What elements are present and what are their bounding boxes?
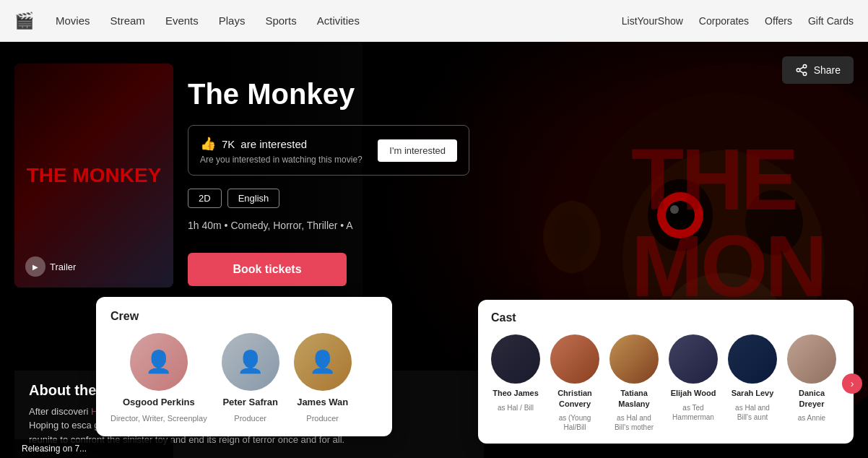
movie-meta: 1h 40m • Comedy, Horror, Thriller • A	[188, 220, 469, 231]
interest-left: 👍 7K are interested Are you interested i…	[200, 136, 363, 165]
svg-line-14	[799, 71, 803, 73]
cast-member-0[interactable]: Theo James as Hal / Bill	[491, 334, 540, 412]
poster-inner: THE MONKEY ▶ Trailer	[14, 64, 173, 288]
nav-list-your-show[interactable]: ListYourShow	[622, 15, 683, 27]
cast-name-1: Christian Convery	[550, 388, 599, 409]
thumbs-up-icon: 👍	[200, 136, 216, 152]
crew-avatar-peter-img: 👤	[222, 333, 279, 391]
releasing-bar: Releasing on 7...	[14, 439, 173, 458]
tag-language[interactable]: English	[227, 189, 280, 208]
cast-member-1[interactable]: Christian Convery as (Young Hal/Bill	[550, 334, 599, 432]
hero-section: THEMONKEY Share THE MONKEY ▶ Trailer Rel…	[0, 42, 868, 458]
nav-offers[interactable]: Offers	[765, 15, 792, 27]
cast-role-5: as Annie	[798, 413, 825, 423]
logo-text: 🎬	[14, 12, 34, 30]
movie-info-panel: The Monkey 👍 7K are interested Are you i…	[188, 78, 469, 286]
svg-point-13	[803, 72, 807, 76]
crew-role-peter: Producer	[234, 413, 266, 423]
crew-avatar-james-img: 👤	[294, 333, 352, 391]
interest-count-row: 👍 7K are interested	[200, 136, 363, 152]
cast-next-button[interactable]: ›	[842, 373, 862, 394]
im-interested-button[interactable]: I'm interested	[378, 139, 457, 162]
cast-avatar-5	[787, 334, 836, 384]
cast-avatar-1	[550, 334, 599, 384]
crew-member-osgood[interactable]: 👤 Osgood Perkins Director, Writer, Scree…	[110, 333, 207, 423]
nav-gift-cards[interactable]: Gift Cards	[808, 15, 854, 27]
svg-point-10	[554, 212, 590, 262]
about-text-2: Hoping to esca	[29, 420, 92, 431]
movie-title: The Monkey	[188, 78, 469, 111]
cast-role-3: as Ted Hammerman	[669, 403, 718, 422]
nav-movies[interactable]: Movies	[56, 14, 90, 27]
crew-card: Crew 👤 Osgood Perkins Director, Writer, …	[96, 297, 392, 436]
crew-role-james: Producer	[306, 413, 339, 423]
logo[interactable]: 🎬	[14, 12, 34, 30]
share-icon	[795, 64, 808, 77]
nav-events[interactable]: Events	[165, 14, 199, 27]
cast-name-5: Danica Dreyer	[787, 388, 836, 409]
format-tags: 2D English	[188, 189, 469, 208]
cast-name-3: Elijah Wood	[671, 388, 716, 398]
about-text-start: After discoveri	[29, 406, 88, 417]
nav-corporates[interactable]: Corporates	[699, 15, 749, 27]
cast-row: Theo James as Hal / Bill Christian Conve…	[491, 334, 841, 432]
interest-count-label: are interested	[240, 138, 307, 150]
svg-point-11	[803, 65, 807, 69]
svg-point-12	[797, 69, 800, 72]
crew-avatar-osgood: 👤	[130, 333, 188, 391]
nav-sports[interactable]: Sports	[265, 14, 296, 27]
cast-avatar-2	[609, 334, 659, 384]
cast-avatar-4	[728, 334, 777, 384]
movie-poster[interactable]: THE MONKEY ▶ Trailer	[14, 64, 173, 288]
trailer-label: Trailer	[50, 262, 76, 272]
cast-name-2: Tatiana Maslany	[609, 388, 659, 409]
cast-title: Cast	[491, 311, 841, 324]
book-tickets-button[interactable]: Book tickets	[188, 253, 347, 286]
crew-role-osgood: Director, Writer, Screenplay	[110, 413, 207, 423]
releasing-text: Releasing on 7...	[22, 444, 87, 454]
nav-plays[interactable]: Plays	[219, 14, 246, 27]
crew-name-james: James Wan	[297, 397, 348, 407]
cast-member-2[interactable]: Tatiana Maslany as Hal and Bill's mother	[609, 334, 659, 432]
svg-line-15	[799, 67, 803, 69]
navbar: 🎬 Movies Stream Events Plays Sports Acti…	[0, 0, 868, 42]
cast-card: Cast Theo James as Hal / Bill Christian …	[478, 300, 854, 444]
play-icon[interactable]: ▶	[25, 256, 45, 277]
nav-left-links: Movies Stream Events Plays Sports Activi…	[56, 14, 360, 27]
interest-sub-text: Are you interested in watching this movi…	[200, 155, 363, 165]
crew-avatar-osgood-img: 👤	[130, 333, 188, 391]
crew-title: Crew	[110, 310, 378, 323]
cast-role-0: as Hal / Bill	[498, 403, 534, 412]
interest-count-value: 7K	[222, 138, 235, 150]
trailer-play[interactable]: ▶ Trailer	[25, 256, 76, 277]
crew-avatar-james: 👤	[294, 333, 352, 391]
cast-role-2: as Hal and Bill's mother	[609, 413, 659, 432]
share-button[interactable]: Share	[782, 56, 854, 84]
poster-title: THE MONKEY	[27, 165, 162, 187]
crew-avatar-peter: 👤	[222, 333, 279, 391]
cast-members-list: Theo James as Hal / Bill Christian Conve…	[491, 334, 836, 432]
cast-role-1: as (Young Hal/Bill	[550, 413, 599, 432]
interest-box: 👍 7K are interested Are you interested i…	[188, 125, 469, 176]
share-label: Share	[814, 64, 841, 76]
nav-right-links: ListYourShow Corporates Offers Gift Card…	[622, 15, 854, 27]
crew-member-peter[interactable]: 👤 Peter Safran Producer	[222, 333, 279, 423]
tag-2d[interactable]: 2D	[188, 189, 222, 208]
nav-activities[interactable]: Activities	[317, 14, 360, 27]
crew-name-osgood: Osgood Perkins	[123, 397, 195, 407]
crew-members-list: 👤 Osgood Perkins Director, Writer, Scree…	[110, 333, 378, 423]
crew-member-james[interactable]: 👤 James Wan Producer	[294, 333, 352, 423]
cast-role-4: as Hal and Bill's aunt	[728, 403, 777, 422]
cast-member-5[interactable]: Danica Dreyer as Annie	[787, 334, 836, 423]
cast-name-4: Sarah Levy	[732, 388, 774, 398]
nav-stream[interactable]: Stream	[110, 14, 145, 27]
cast-member-3[interactable]: Elijah Wood as Ted Hammerman	[669, 334, 718, 421]
cast-member-4[interactable]: Sarah Levy as Hal and Bill's aunt	[728, 334, 777, 421]
cast-avatar-3	[669, 334, 718, 384]
cast-name-0: Theo James	[492, 388, 539, 398]
cast-avatar-0	[491, 334, 540, 384]
crew-name-peter: Peter Safran	[222, 397, 278, 407]
